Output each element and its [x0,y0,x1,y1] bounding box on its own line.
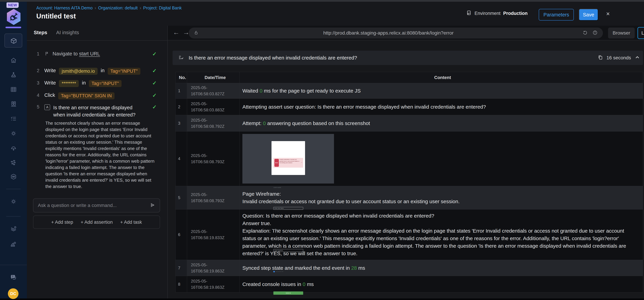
add-actions-bar: + Add step + Add assertion + Add task [33,216,160,229]
step-value-chip: ******** [59,80,79,87]
browser-toolbar: ← → http://prod.dbank.staging-apps.relic… [168,26,644,40]
save-button[interactable]: Save [579,9,598,20]
remember-me-label: Remember Me [276,268,283,275]
project-settings-gear-icon[interactable] [10,198,17,205]
logs-tab-button[interactable]: Lo [638,27,644,39]
copy-icon[interactable] [598,55,603,61]
checklist-icon[interactable] [10,115,17,122]
environment-selector[interactable]: Environment Production [466,10,528,17]
breadcrumb: Account: Harness AITA Demo›Organization:… [36,5,182,10]
table-row: 4 2025-05-16T06:58:08.793Z Digital Bank … [176,132,643,186]
step-action: Write [44,80,56,86]
rail-divider [6,216,20,217]
add-step-button[interactable]: + Add step [51,220,73,225]
user-avatar[interactable]: DC [8,288,18,299]
app-window: NEW [0,0,644,300]
step-row-1[interactable]: 1 Navigate to start URL ✓ [37,51,157,57]
col-header-content: Content [240,72,643,83]
gear-icon[interactable] [10,130,17,137]
steps-tabs: Steps AI insights [34,30,79,35]
remember-me-row: ✓ Remember Me [274,268,303,275]
row-content: Attempt: 0 answering question based on t… [240,115,643,131]
step-connector: in [82,80,86,86]
forward-icon[interactable]: → [183,29,189,36]
row-datetime: 2025-05-16T06:58:19.863Z [187,260,240,276]
layers-settings-icon[interactable] [10,225,17,233]
step-success-check-icon: ✓ [152,104,157,110]
row-no: 2 [176,99,187,115]
step-row-4[interactable]: 4 Click Tag="BUTTON" SIGN IN ✓ [37,92,157,99]
chaos-infinity-icon[interactable] [10,173,17,180]
step-success-check-icon: ✓ [152,80,157,86]
screenshot-thumbnail[interactable]: Digital Bank Error Invalid credentials o… [242,134,334,184]
log-question-header[interactable]: Is there an error message displayed when… [172,51,643,65]
table-row: 1 2025-05-16T06:58:03.827Z Waited 0 ms f… [176,83,643,99]
steps-panel: Steps AI insights 1 Navigate to start UR… [27,26,168,299]
info-icon[interactable] [592,30,598,36]
step-value-chip: jsmith@demo.io [59,68,98,75]
wireframe-error-alert: Error Invalid credentials or access not … [274,158,303,168]
parameters-button[interactable]: Parameters [539,9,574,20]
close-icon[interactable]: × [606,10,610,17]
step-number: 3 [37,80,41,86]
add-task-button[interactable]: + Add task [120,220,142,225]
step-action: Click [44,92,55,98]
step-row-5[interactable]: 5 A Is there an error message displayed … [37,104,157,118]
step-action: Write [44,68,56,73]
flag-icon [44,51,50,57]
lab-flask-icon[interactable] [10,71,17,78]
incognito-icon[interactable] [10,145,17,152]
username-field: Enter User Name [274,207,303,210]
main-area: ← → http://prod.dbank.staging-apps.relic… [168,26,644,299]
back-icon[interactable]: ← [173,29,180,36]
reload-icon[interactable] [582,30,588,36]
password-field: Enter Password [274,249,303,252]
harness-logo-icon[interactable] [6,9,21,25]
row-content: Attempting assert user question: Is ther… [240,99,643,115]
row-no: 7 [176,260,187,276]
error-badge: Error [274,159,279,167]
browser-tab-button[interactable]: Browser [608,27,635,38]
step-row-2[interactable]: 2 Write jsmith@demo.io in Tag="INPUT" ✓ [37,68,157,75]
chevron-up-icon[interactable] [634,54,640,61]
row-content: Waited 0 ms for the page to get ready to… [240,83,643,98]
home-icon[interactable] [10,57,17,64]
step-row-3[interactable]: 3 Write ******** in Tag="INPUT" ✓ [37,80,157,87]
org-hierarchy-settings-icon[interactable] [10,241,17,248]
cards-module-icon[interactable] [10,100,17,108]
avatar-initials: DC [10,291,16,296]
sign-in-button: SIGN IN [274,292,303,295]
tab-ai-insights[interactable]: AI insights [56,30,79,35]
alert-close-icon: × [301,159,302,166]
table-row: 8 2025-05-16T06:58:19.863Z Created conso… [176,276,643,293]
breadcrumb-project[interactable]: Project: Digital Bank [143,5,182,10]
lock-icon [194,30,199,36]
table-header-row: No. Date/Time Content [176,72,643,83]
rail-accent-bar [6,27,21,28]
row-datetime: 2025-05-16T06:58:08.792Z [187,115,240,131]
rail-section-divider [0,265,27,265]
assertion-explanation: The screenshot clearly shows an error me… [45,120,156,190]
breadcrumb-org[interactable]: Organization: default [98,5,138,10]
breadcrumb-account[interactable]: Account: Harness AITA Demo [36,5,92,10]
step-target-chip: Tag="BUTTON" SIGN IN [58,92,114,99]
tab-steps[interactable]: Steps [34,30,47,35]
send-icon[interactable] [150,202,155,209]
step-connector: in [101,68,104,73]
pipeline-modules-icon[interactable] [10,159,17,166]
start-url-link[interactable]: start URL [79,51,100,56]
password-label: PASSWORD [274,226,303,234]
row-datetime: 2025-05-16T06:58:08.793Z [187,132,240,186]
table-row: 6 2025-05-16T06:58:19.833Z Question: Is … [176,210,643,260]
url-bar[interactable]: http://prod.dbank.staging-apps.relicx.ai… [189,27,603,38]
input-placeholder: Ask a question or write a command... [38,203,117,208]
help-chat-icon[interactable]: ? [10,274,18,281]
ask-command-input[interactable]: Ask a question or write a command... [33,198,160,212]
url-text: http://prod.dbank.staging-apps.relicx.ai… [199,30,578,36]
add-assertion-button[interactable]: + Add assertion [81,220,113,225]
grid-icon[interactable] [10,86,17,93]
sidebar-item-active-module[interactable] [4,33,22,47]
breadcrumb-separator: › [140,5,141,10]
row-datetime: 2025-05-16T06:58:03.883Z [187,99,240,115]
environment-icon [466,10,472,17]
